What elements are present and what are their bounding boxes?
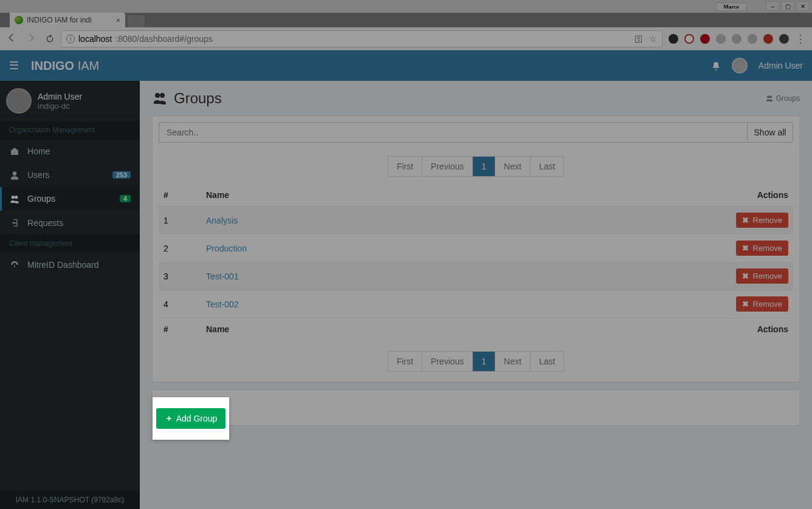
sidebar-item-label: Requests	[27, 218, 63, 228]
table-row: 3Test-001✖ Remove	[159, 262, 793, 290]
groups-count-badge: 4	[120, 195, 131, 202]
ext-icon-pinterest[interactable]	[700, 34, 710, 44]
browser-menu-icon[interactable]: ⋮	[795, 32, 806, 46]
ext-icon-5[interactable]	[732, 34, 741, 44]
app-brand[interactable]: INDIGO IAM	[31, 59, 99, 73]
remove-button[interactable]: ✖ Remove	[736, 241, 788, 256]
close-icon: ✖	[742, 299, 749, 309]
close-icon: ✖	[742, 244, 749, 253]
page-title-text: Groups	[174, 90, 222, 107]
ext-icon-4[interactable]	[716, 34, 726, 44]
remove-button[interactable]: ✖ Remove	[736, 213, 788, 228]
sidebar-item-mitreid[interactable]: MitreID Dashboard	[0, 253, 140, 276]
groups-footer-box: ＋ Add Group	[152, 389, 800, 426]
os-minimize-button[interactable]: –	[766, 1, 779, 11]
col-hash: #	[159, 184, 201, 207]
ext-icon-1[interactable]	[669, 34, 678, 44]
page-prev-button[interactable]: Previous	[422, 352, 472, 371]
sidebar-item-requests[interactable]: Requests	[0, 211, 140, 234]
ext-icon-7[interactable]	[763, 34, 773, 44]
users-count-badge: 253	[112, 171, 131, 179]
browser-url-bar[interactable]: i localhost:8080/dashboard#/groups ⚿ ☆	[61, 30, 662, 47]
group-link[interactable]: Analysis	[206, 216, 238, 225]
url-host: localhost	[78, 34, 112, 44]
page-next-button[interactable]: Next	[495, 352, 530, 371]
group-link[interactable]: Test-002	[206, 299, 239, 309]
ext-icon-2[interactable]	[684, 34, 694, 44]
browser-tab-active[interactable]: INDIGO IAM for indi ×	[10, 13, 125, 27]
user-icon	[9, 169, 20, 180]
sidebar-version-footer: IAM 1.1.0-SNAPSHOT (9792a8c)	[0, 491, 140, 509]
remove-button[interactable]: ✖ Remove	[736, 268, 788, 284]
ext-icon-6[interactable]	[748, 34, 757, 44]
sidebar-item-users[interactable]: Users 253	[0, 163, 140, 186]
sidebar-user-panel: Admin User indigo-dc	[0, 81, 140, 121]
add-group-button-highlight[interactable]: ＋ Add Group	[156, 408, 226, 429]
show-all-button[interactable]: Show all	[747, 122, 793, 143]
tab-close-icon[interactable]: ×	[115, 16, 120, 25]
sidebar-item-label: Home	[27, 146, 50, 156]
add-group-label: Add Group	[176, 414, 218, 423]
os-maximize-button[interactable]: ▢	[781, 1, 794, 11]
browser-back-button[interactable]	[6, 32, 17, 46]
users-icon	[9, 194, 20, 204]
table-row: 2Production✖ Remove	[159, 234, 793, 262]
page-prev-button[interactable]: Previous	[422, 157, 472, 176]
navbar-username[interactable]: Admin User	[759, 61, 803, 70]
page-next-button[interactable]: Next	[495, 157, 530, 176]
page-title: Groups	[152, 90, 222, 107]
sidebar-item-label: Groups	[27, 194, 55, 203]
sidebar: Admin User indigo-dc Organization Manage…	[0, 81, 140, 509]
sidebar-item-groups[interactable]: Groups 4	[0, 187, 140, 211]
page-number-button[interactable]: 1	[473, 157, 495, 176]
main-content: Groups Groups Show all First Previous 1 …	[140, 81, 812, 509]
page-last-button[interactable]: Last	[531, 157, 563, 176]
breadcrumb[interactable]: Groups	[766, 94, 800, 103]
user-avatar-small[interactable]	[732, 58, 748, 73]
app-navbar: ☰ INDIGO IAM Admin User	[0, 50, 812, 81]
page-number-button[interactable]: 1	[473, 352, 495, 371]
ext-icon-8[interactable]	[779, 34, 789, 44]
url-path: :8080/dashboard#/groups	[115, 34, 213, 44]
col-actions: Actions	[708, 184, 793, 207]
page-first-button[interactable]: First	[388, 352, 422, 371]
os-close-button[interactable]: ✕	[796, 1, 810, 11]
row-index: 2	[159, 234, 201, 262]
sidebar-section-client: Client management	[0, 234, 140, 253]
pagination-bottom: First Previous 1 Next Last	[159, 351, 793, 372]
notifications-icon[interactable]	[711, 60, 721, 71]
groups-icon	[152, 91, 168, 106]
site-info-icon[interactable]: i	[66, 35, 75, 43]
plus-icon: ＋	[165, 413, 173, 424]
highlighted-area: ＋ Add Group	[153, 397, 229, 440]
sidebar-item-home[interactable]: Home	[0, 139, 140, 163]
sidebar-item-label: Users	[27, 170, 50, 180]
os-logo: Marco	[716, 2, 746, 11]
col-actions-foot: Actions	[708, 318, 793, 341]
search-input[interactable]	[159, 122, 747, 143]
browser-reload-button[interactable]	[45, 33, 55, 44]
sidebar-toggle-button[interactable]: ☰	[9, 59, 19, 72]
home-icon	[9, 146, 20, 156]
remove-button[interactable]: ✖ Remove	[736, 296, 788, 312]
group-link[interactable]: Production	[206, 244, 247, 253]
signin-icon	[9, 217, 20, 228]
browser-tab-strip: INDIGO IAM for indi ×	[0, 13, 812, 27]
row-index: 1	[159, 207, 201, 234]
favicon-icon	[15, 16, 23, 24]
page-first-button[interactable]: First	[388, 157, 422, 176]
sidebar-item-label: MitreID Dashboard	[27, 260, 99, 270]
group-link[interactable]: Test-001	[206, 272, 239, 281]
groups-list-box: Show all First Previous 1 Next Last # Na…	[152, 115, 800, 382]
browser-extensions: ⋮	[669, 32, 806, 46]
browser-new-tab-button[interactable]	[128, 15, 145, 27]
browser-forward-button[interactable]	[26, 32, 36, 46]
col-hash-foot: #	[159, 318, 201, 341]
col-name: Name	[201, 184, 708, 207]
page-last-button[interactable]: Last	[531, 352, 563, 371]
breadcrumb-text: Groups	[776, 94, 800, 103]
sidebar-user-org: indigo-dc	[38, 101, 82, 111]
col-name-foot: Name	[201, 318, 708, 341]
star-icon[interactable]: ☆	[649, 34, 657, 44]
key-icon[interactable]: ⚿	[635, 34, 643, 44]
